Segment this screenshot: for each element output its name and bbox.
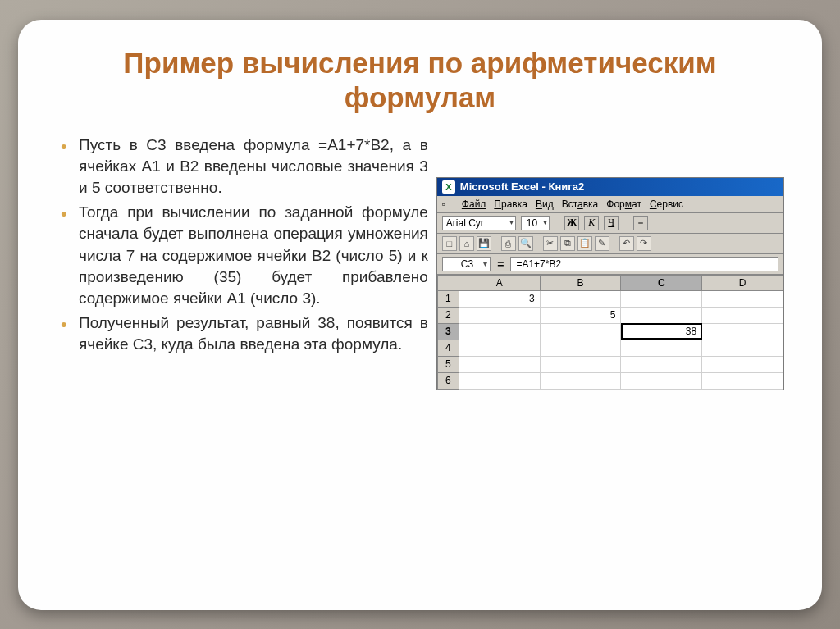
bullet-list: Пусть в С3 введена формула =А1+7*В2, а в… [56,134,428,356]
row-header[interactable]: 4 [437,340,459,356]
align-button[interactable]: ≡ [633,216,648,230]
cell[interactable] [702,356,783,372]
cell[interactable] [540,372,621,389]
format-toolbar: Arial Cyr 10 Ж К Ч ≡ [437,213,783,234]
row-header[interactable]: 6 [437,372,459,389]
print-icon[interactable]: ⎙ [501,236,516,251]
menu-item[interactable]: Сервис [650,198,683,210]
slide-title: Пример вычисления по арифметическим форм… [56,46,784,115]
open-icon[interactable]: ⌂ [459,236,474,251]
col-header[interactable]: A [459,275,540,290]
titlebar: X Microsoft Excel - Книга2 [437,178,783,196]
formula-input[interactable]: =A1+7*B2 [510,257,778,271]
row-header[interactable]: 1 [437,290,459,307]
name-box[interactable]: C3 [442,257,491,271]
cell[interactable] [621,340,702,356]
new-icon[interactable]: □ [442,236,457,251]
cut-icon[interactable]: ✂ [543,236,558,251]
cell[interactable] [540,340,621,356]
text-column: Пусть в С3 введена формула =А1+7*В2, а в… [56,134,428,390]
cell[interactable] [540,323,621,340]
row-header[interactable]: 2 [437,307,459,323]
cell[interactable] [621,356,702,372]
bullet-item: Пусть в С3 введена формула =А1+7*В2, а в… [71,134,428,199]
col-header[interactable]: C [621,275,702,290]
formula-bar: C3 = =A1+7*B2 [437,254,783,275]
cell-selected[interactable]: 38 [621,323,702,340]
menubar: ▫ Файл Правка Вид Вставка Формат Сервис [437,196,783,213]
menu-item[interactable]: Файл [462,198,486,210]
cell[interactable] [459,372,540,389]
cell[interactable] [702,323,783,340]
cell[interactable] [621,290,702,307]
cell[interactable]: 5 [540,307,621,323]
cell[interactable] [459,340,540,356]
cell[interactable] [702,307,783,323]
cell[interactable] [459,356,540,372]
menu-item[interactable]: Вид [536,198,554,210]
slide: Пример вычисления по арифметическим форм… [18,20,822,610]
excel-window: X Microsoft Excel - Книга2 ▫ Файл Правка… [436,177,784,390]
cell[interactable] [621,307,702,323]
paste-icon[interactable]: 📋 [578,236,592,251]
undo-icon[interactable]: ↶ [619,236,634,251]
menu-item[interactable]: Формат [606,198,641,210]
cell[interactable] [540,356,621,372]
content-row: Пусть в С3 введена формула =А1+7*В2, а в… [56,134,784,390]
menu-item[interactable]: Правка [494,198,527,210]
size-select[interactable]: 10 [521,216,550,230]
image-column: X Microsoft Excel - Книга2 ▫ Файл Правка… [436,134,784,390]
row-header[interactable]: 3 [437,323,459,340]
cell[interactable] [540,290,621,307]
col-header[interactable]: D [702,275,783,290]
cell[interactable] [702,290,783,307]
doc-icon: ▫ [442,198,454,210]
bullet-item: Полученный результат, равный 38, появитс… [71,312,428,355]
app-title: Microsoft Excel - Книга2 [460,180,584,193]
standard-toolbar: □ ⌂ 💾 ⎙ 🔍 ✂ ⧉ 📋 ✎ ↶ ↷ [437,234,783,254]
bold-button[interactable]: Ж [564,216,579,230]
underline-button[interactable]: Ч [604,216,619,230]
brush-icon[interactable]: ✎ [595,236,609,251]
spreadsheet-grid[interactable]: A B C D 1 3 2 [437,275,783,390]
equals-label: = [497,258,504,271]
cell[interactable] [459,323,540,340]
row-header[interactable]: 5 [437,356,459,372]
font-select[interactable]: Arial Cyr [442,216,516,230]
cell[interactable] [702,340,783,356]
redo-icon[interactable]: ↷ [637,236,651,251]
save-icon[interactable]: 💾 [477,236,491,251]
bullet-item: Тогда при вычислении по заданной формуле… [71,202,428,309]
italic-button[interactable]: К [584,216,599,230]
cell[interactable] [621,372,702,389]
cell[interactable]: 3 [459,290,540,307]
menu-item[interactable]: Вставка [562,198,599,210]
copy-icon[interactable]: ⧉ [560,236,575,251]
select-all-corner[interactable] [437,275,459,290]
cell[interactable] [459,307,540,323]
excel-icon: X [442,180,455,194]
preview-icon[interactable]: 🔍 [518,236,533,251]
cell[interactable] [702,372,783,389]
col-header[interactable]: B [540,275,621,290]
